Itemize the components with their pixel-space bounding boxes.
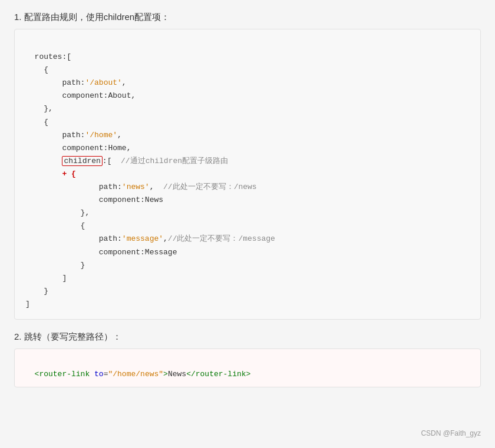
code-line-component-news: component:News: [25, 195, 163, 204]
code-line-children: children:[ //通过children配置子级路由: [25, 156, 228, 166]
code-line-path-home: path:'/home',: [25, 131, 122, 140]
code-line-routes: routes:[: [35, 52, 71, 61]
code-block-2: <router-link to="/home/news">News</route…: [14, 349, 481, 387]
code-line-bracket-close: ]: [25, 274, 67, 283]
code-line-brace1-close: },: [25, 104, 53, 113]
code-line-routes-close: ]: [25, 300, 30, 308]
code-line-brace3: {: [25, 221, 85, 230]
code-line-path-news: path:'news', //此处一定不要写：/news: [25, 182, 257, 191]
router-link-code: <router-link to="/home/news">News</route…: [35, 370, 251, 379]
section2-title: 2. 跳转（要写完整路径）：: [14, 331, 481, 343]
code-line-plus: + {: [25, 170, 76, 178]
watermark: CSDN @Faith_gyz: [421, 429, 481, 437]
code-line-brace3-close: }: [25, 261, 85, 270]
code-line-component-about: component:About,: [25, 91, 136, 100]
code-line-brace1: {: [25, 65, 48, 74]
code-line-component-message: component:Message: [25, 248, 177, 257]
code-line-brace2: {: [25, 118, 48, 127]
code-line-path-message: path:'message',//此处一定不要写：/message: [25, 234, 275, 243]
code-line-path-about: path:'/about',: [25, 78, 127, 87]
code-line-news-close: },: [25, 208, 90, 217]
code-line-brace2-close: }: [25, 287, 48, 296]
code-line-component-home: component:Home,: [25, 144, 131, 152]
code-block-1: routes:[ { path:'/about', component:Abou…: [14, 29, 481, 320]
section1-title: 1. 配置路由规则，使用children配置项：: [14, 12, 481, 23]
